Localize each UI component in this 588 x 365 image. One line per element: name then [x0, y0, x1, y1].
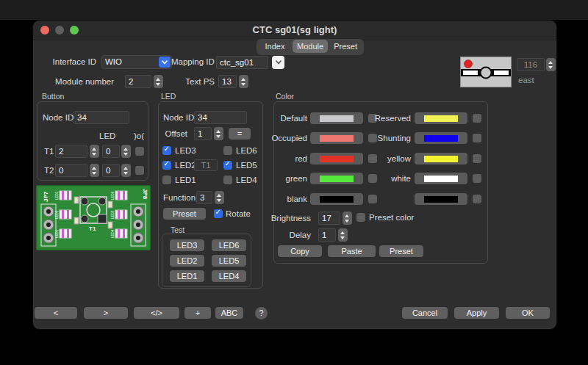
delay-field[interactable]: 1 — [318, 228, 336, 242]
menubar-strip — [0, 0, 588, 20]
led-offset-field[interactable]: 1 — [194, 127, 212, 140]
color-shunting-label: Shunting — [367, 131, 411, 145]
led-function-field[interactable]: 3 — [196, 191, 212, 204]
color-blank-checkbox[interactable] — [368, 195, 377, 203]
module-number-label: Module number — [33, 75, 114, 88]
led-offset-stepper[interactable] — [214, 127, 223, 140]
button-t2-value-stepper[interactable] — [90, 164, 99, 177]
brightness-field[interactable]: 17 — [318, 212, 340, 225]
mapping-id-label: Mapping ID — [171, 55, 213, 68]
module-number-field[interactable]: 2 — [125, 75, 151, 88]
rotate-checkbox[interactable] — [214, 209, 223, 218]
button-t2-led-field[interactable]: 0 — [102, 164, 120, 177]
color-blank2-swatch — [424, 196, 458, 203]
test-led1-button[interactable]: LED1 — [170, 270, 204, 282]
copy-button[interactable]: Copy — [278, 245, 322, 257]
preset-color-checkbox[interactable] — [356, 213, 365, 222]
delay-stepper[interactable] — [338, 228, 348, 242]
led1-checkbox[interactable] — [162, 176, 171, 184]
pcb-image: JP7 JP8 LED3 LED2 LED1 LED6 LE — [36, 185, 151, 250]
led5-checkbox[interactable] — [223, 161, 232, 170]
button-t2-value-field[interactable]: 0 — [55, 164, 87, 177]
mapping-id-field[interactable]: ctc_sg01 — [216, 56, 268, 69]
tab-preset[interactable]: Preset — [328, 40, 363, 53]
color-default-well[interactable] — [310, 112, 363, 124]
color-white-checkbox[interactable] — [473, 174, 481, 183]
test-led5-button[interactable]: LED5 — [212, 255, 246, 267]
signal-number-field: 116 — [517, 58, 545, 71]
button-t1-checkbox[interactable] — [135, 147, 144, 156]
mapping-id-dropdown-button[interactable] — [272, 56, 284, 69]
tab-index[interactable]: Index — [257, 40, 293, 53]
signal-number-stepper[interactable] — [546, 58, 556, 71]
signal-direction-label: east — [518, 73, 534, 87]
led6-checkbox[interactable] — [223, 146, 232, 155]
color-yellow-checkbox[interactable] — [473, 154, 481, 163]
text-ps-stepper[interactable] — [239, 75, 248, 88]
svg-text:LED4: LED4 — [111, 229, 115, 238]
led3-checkbox[interactable] — [162, 146, 171, 155]
button-t1-led-field[interactable]: 0 — [102, 145, 120, 158]
help-button[interactable]: ? — [255, 307, 268, 319]
brightness-stepper[interactable] — [343, 212, 352, 225]
button-led-column-header: LED — [99, 129, 115, 142]
test-led6-button[interactable]: LED6 — [212, 239, 246, 251]
preset-button[interactable]: Preset — [379, 245, 423, 257]
test-led2-button[interactable]: LED2 — [170, 255, 204, 267]
led-function-label: Function — [163, 191, 196, 204]
led-equals-button[interactable]: = — [229, 128, 251, 140]
nav-prev-button[interactable]: < — [35, 307, 77, 319]
color-yellow-well[interactable] — [415, 153, 467, 165]
color-shunting-well[interactable] — [415, 132, 467, 144]
led2-checkbox[interactable] — [162, 161, 171, 170]
led-function-stepper[interactable] — [215, 191, 224, 204]
color-shunting-checkbox[interactable] — [473, 134, 481, 142]
dialog-window: CTC sg01(sg light) Index Module Preset I… — [32, 20, 557, 330]
color-occupied-well[interactable] — [310, 132, 363, 144]
button-t2-led-stepper[interactable] — [121, 164, 131, 177]
button-row-t1-label: T1 — [44, 145, 54, 158]
led4-checkbox[interactable] — [223, 176, 232, 184]
button-node-id-field[interactable]: 34 — [74, 111, 129, 124]
color-green-well[interactable] — [310, 173, 363, 184]
close-button[interactable] — [40, 26, 49, 35]
apply-button[interactable]: Apply — [454, 307, 499, 319]
zoom-button[interactable] — [70, 26, 79, 35]
color-reserved-checkbox[interactable] — [473, 114, 481, 123]
nav-next-button[interactable]: > — [84, 307, 128, 319]
test-led4-button[interactable]: LED4 — [212, 270, 246, 282]
color-blank2-well[interactable] — [415, 193, 467, 205]
desktop: CTC sg01(sg light) Index Module Preset I… — [0, 0, 588, 365]
color-default-swatch — [320, 115, 354, 122]
button-t1-led-stepper[interactable] — [121, 145, 131, 158]
color-red-well[interactable] — [310, 153, 363, 165]
text-ps-field[interactable]: 13 — [218, 75, 237, 88]
tab-bar: Index Module Preset — [257, 39, 364, 55]
interface-id-popup[interactable]: WIO — [101, 55, 172, 69]
add-button[interactable]: + — [184, 307, 211, 319]
color-white-label: white — [367, 172, 411, 185]
button-t1-value-stepper[interactable] — [90, 145, 99, 158]
color-reserved-well[interactable] — [415, 112, 467, 124]
color-white-well[interactable] — [415, 173, 467, 184]
minimize-button[interactable] — [55, 26, 64, 35]
tab-module[interactable]: Module — [293, 40, 328, 53]
cancel-button[interactable]: Cancel — [402, 307, 448, 319]
abc-button[interactable]: ABC — [215, 307, 243, 319]
module-number-stepper[interactable] — [154, 75, 163, 88]
code-button[interactable]: </> — [134, 307, 179, 319]
color-blank-label: blank — [275, 192, 307, 206]
color-yellow-swatch — [424, 156, 458, 162]
title-bar[interactable]: CTC sg01(sg light) — [33, 21, 556, 40]
color-blank2-checkbox[interactable] — [473, 195, 481, 203]
button-t2-checkbox[interactable] — [135, 166, 144, 175]
led-node-id-field[interactable]: 34 — [194, 111, 247, 124]
led-preset-button[interactable]: Preset — [163, 208, 206, 220]
color-blank-well[interactable] — [310, 193, 363, 205]
rotate-label: Rotate — [226, 207, 251, 220]
button-t1-value-field[interactable]: 2 — [55, 145, 87, 158]
paste-button[interactable]: Paste — [328, 245, 376, 257]
test-led3-button[interactable]: LED3 — [170, 239, 204, 251]
button-sensor-column-header: )o( — [134, 129, 144, 142]
ok-button[interactable]: OK — [506, 307, 550, 319]
